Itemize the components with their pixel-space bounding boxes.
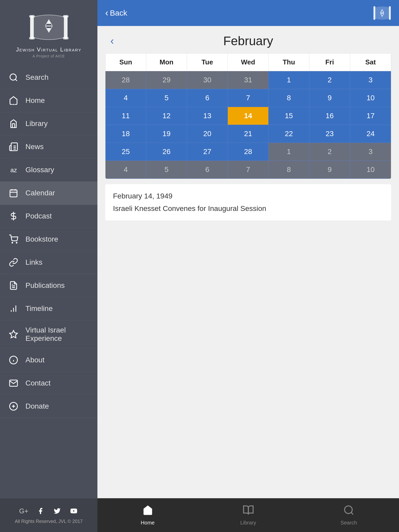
sidebar-item-virtual-israel[interactable]: Virtual Israel Experience — [0, 320, 97, 349]
about-icon — [8, 354, 19, 366]
calendar-day[interactable]: 7 — [228, 89, 269, 107]
calendar-day[interactable]: 11 — [105, 107, 146, 125]
sidebar-item-label-home: Home — [25, 96, 45, 105]
calendar-day[interactable]: 28 — [105, 71, 146, 89]
calendar-day[interactable]: 10 — [350, 161, 391, 179]
calendar-day[interactable]: 7 — [228, 161, 269, 179]
calendar-day[interactable]: 5 — [146, 89, 187, 107]
calendar-day[interactable]: 2 — [309, 143, 350, 161]
calendar-day[interactable]: 3 — [350, 71, 391, 89]
calendar-day[interactable]: 28 — [228, 143, 269, 161]
svg-point-11 — [10, 74, 16, 80]
calendar-day[interactable]: 9 — [309, 89, 350, 107]
calendar-day[interactable]: 26 — [146, 143, 187, 161]
calendar-day[interactable]: 3 — [350, 143, 391, 161]
search-tab-icon — [343, 504, 355, 518]
calendar-day[interactable]: 15 — [269, 107, 309, 125]
svg-point-27 — [16, 242, 17, 243]
calendar-day[interactable]: 9 — [309, 161, 350, 179]
back-button[interactable]: ‹ Back — [105, 8, 127, 18]
bottom-tab-home[interactable]: Home — [97, 498, 198, 532]
calendar-day[interactable]: 16 — [309, 107, 350, 125]
glossary-icon: az — [8, 164, 19, 176]
svg-point-26 — [12, 242, 13, 243]
sidebar-item-search[interactable]: Search — [0, 66, 97, 89]
calendar-day[interactable]: 23 — [309, 125, 350, 143]
day-header-sun: Sun — [105, 54, 146, 71]
sidebar-item-label-about: About — [25, 356, 44, 364]
library-tab-icon — [243, 504, 254, 518]
sidebar-item-label-search: Search — [25, 73, 49, 82]
bottom-tab-library[interactable]: Library — [198, 498, 298, 532]
calendar-day[interactable]: 4 — [105, 161, 146, 179]
sidebar-item-contact[interactable]: Contact — [0, 372, 97, 395]
calendar-day[interactable]: 19 — [146, 125, 187, 143]
calendar-day[interactable]: 2 — [309, 71, 350, 89]
sidebar-item-donate[interactable]: Donate — [0, 395, 97, 418]
top-bar: ‹ Back — [97, 0, 399, 26]
calendar-week-2: 11121314151617 — [105, 107, 391, 125]
sidebar-item-glossary[interactable]: az Glossary — [0, 158, 97, 182]
calendar-prev-button[interactable]: ‹ — [110, 35, 114, 47]
sidebar-item-publications[interactable]: Publications — [0, 274, 97, 297]
bookstore-icon — [8, 234, 19, 245]
calendar-day[interactable]: 5 — [146, 161, 187, 179]
calendar-day[interactable]: 30 — [187, 71, 228, 89]
calendar-grid: SunMonTueWedThuFriSat 282930311234567891… — [105, 53, 391, 179]
svg-marker-33 — [10, 330, 17, 338]
calendar-day[interactable]: 24 — [350, 125, 391, 143]
sidebar-item-label-glossary: Glossary — [25, 166, 54, 174]
calendar-day[interactable]: 6 — [187, 161, 228, 179]
svg-line-46 — [351, 513, 353, 515]
sidebar-item-home[interactable]: Home — [0, 89, 97, 112]
sidebar-item-about[interactable]: About — [0, 349, 97, 372]
calendar-day[interactable]: 10 — [350, 89, 391, 107]
youtube-icon[interactable] — [69, 506, 78, 516]
calendar-weeks: 2829303112345678910111213141516171819202… — [105, 71, 391, 179]
calendar-day[interactable]: 27 — [187, 143, 228, 161]
svg-text:az: az — [10, 167, 17, 174]
calendar-day[interactable]: 8 — [269, 161, 309, 179]
calendar-day[interactable]: 1 — [269, 71, 309, 89]
donate-icon — [8, 401, 19, 412]
calendar-day[interactable]: 1 — [269, 143, 309, 161]
sidebar-item-news[interactable]: News — [0, 135, 97, 158]
day-header-wed: Wed — [228, 54, 269, 71]
back-label: Back — [110, 9, 127, 17]
svg-point-45 — [344, 506, 352, 514]
calendar-day[interactable]: 31 — [228, 71, 269, 89]
sidebar-item-library[interactable]: Library — [0, 112, 97, 135]
sidebar-item-bookstore[interactable]: Bookstore — [0, 228, 97, 251]
googleplus-icon[interactable]: G+ — [19, 506, 29, 516]
bottom-tab-search[interactable]: Search — [298, 498, 399, 532]
sidebar-item-timeline[interactable]: Timeline — [0, 297, 97, 320]
sidebar-item-label-timeline: Timeline — [25, 304, 53, 313]
sidebar-item-links[interactable]: Links — [0, 251, 97, 274]
calendar-day[interactable]: 18 — [105, 125, 146, 143]
calendar-day[interactable]: 25 — [105, 143, 146, 161]
timeline-icon — [8, 303, 19, 314]
calendar-day[interactable]: 6 — [187, 89, 228, 107]
calendar-day[interactable]: 21 — [228, 125, 269, 143]
calendar-header: ‹ February — [105, 34, 391, 48]
twitter-icon[interactable] — [52, 506, 62, 516]
calendar-day[interactable]: 22 — [269, 125, 309, 143]
nav-list: Search Home Library News az Glossary Cal… — [0, 66, 97, 498]
publications-icon — [8, 280, 19, 291]
calendar-day[interactable]: 17 — [350, 107, 391, 125]
sidebar-item-label-contact: Contact — [25, 379, 51, 387]
event-title: Israeli Knesset Convenes for Inaugural S… — [113, 204, 383, 213]
event-detail: February 14, 1949 Israeli Knesset Conven… — [105, 184, 391, 221]
calendar-day[interactable]: 20 — [187, 125, 228, 143]
calendar-day[interactable]: 12 — [146, 107, 187, 125]
sidebar-item-label-links: Links — [25, 258, 42, 267]
calendar-day[interactable]: 13 — [187, 107, 228, 125]
facebook-icon[interactable] — [36, 506, 45, 516]
links-icon — [8, 257, 19, 268]
calendar-day[interactable]: 8 — [269, 89, 309, 107]
calendar-day[interactable]: 29 — [146, 71, 187, 89]
sidebar-item-calendar[interactable]: Calendar — [0, 182, 97, 205]
sidebar-item-podcast[interactable]: Podcast — [0, 205, 97, 228]
calendar-day[interactable]: 4 — [105, 89, 146, 107]
calendar-day[interactable]: 14 — [228, 107, 269, 125]
